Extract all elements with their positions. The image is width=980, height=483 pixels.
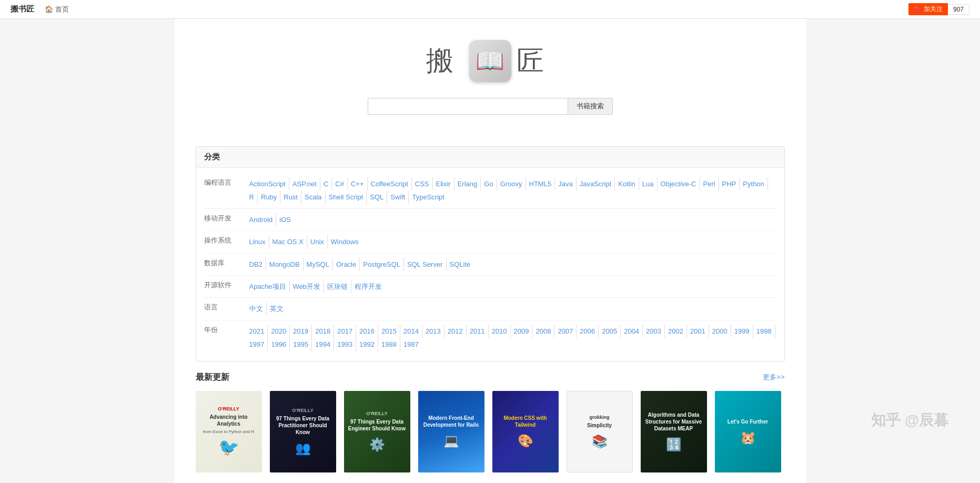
list-item[interactable]: O'REILLY97 Things Every Data Practitione… [270,391,336,472]
category-link[interactable]: 1988 [378,338,400,351]
category-link[interactable]: SQL Server [404,258,446,271]
category-link[interactable]: Erlang [454,177,481,190]
category-link[interactable]: Unix [307,235,328,248]
category-link[interactable]: 2002 [665,325,687,338]
category-link[interactable]: 1995 [290,338,312,351]
category-link[interactable]: JavaScript [577,177,615,190]
list-item[interactable]: Modern Front-End Development for Rails💻 [418,391,484,472]
category-link[interactable]: Go [481,177,497,190]
home-link[interactable]: 🏠 首页 [45,5,69,14]
category-link[interactable]: 程序开发 [351,280,385,293]
category-link[interactable]: 区块链 [324,280,351,293]
category-link[interactable]: 2012 [444,325,467,338]
category-link[interactable]: Python [740,177,767,190]
category-links: 中文英文 [246,302,287,315]
category-link[interactable]: C++ [348,177,368,190]
category-link[interactable]: ASP.net [289,177,320,190]
category-link[interactable]: Rust [280,190,301,204]
category-link[interactable]: CSS [412,177,433,190]
category-link[interactable]: Perl [700,177,719,190]
category-link[interactable]: PostgreSQL [360,258,404,271]
list-item[interactable]: O'REILLYAdvancing into Analyticsfrom Exc… [196,391,262,472]
list-item[interactable]: Algorithms and Data Structures for Massi… [641,391,707,472]
category-link[interactable]: Swift [387,190,409,204]
category-link[interactable]: Scala [301,190,326,204]
category-link[interactable]: HTML5 [526,177,555,190]
category-link[interactable]: 2015 [378,325,400,338]
category-link[interactable]: Mac OS X [269,235,307,248]
site-logo: 搬 📖 匠 [426,40,554,82]
category-link[interactable]: 1997 [246,338,268,351]
list-item[interactable]: Let's Go Further🐹 [715,391,781,472]
search-button[interactable]: 书籍搜索 [568,98,613,115]
category-link[interactable]: 1996 [268,338,290,351]
category-link[interactable]: ActionScript [246,177,289,190]
category-link[interactable]: 1999 [731,325,753,338]
category-link[interactable]: Shell Script [326,190,367,204]
search-input[interactable] [368,98,568,115]
category-link[interactable]: Objective-C [658,177,700,190]
category-link[interactable]: Kotlin [615,177,639,190]
category-link[interactable]: Lua [639,177,658,190]
category-link[interactable]: 2014 [400,325,422,338]
category-link[interactable]: 2016 [356,325,378,338]
category-link[interactable]: Android [246,213,277,226]
category-link[interactable]: iOS [276,213,294,226]
category-link[interactable]: CoffeeScript [368,177,412,190]
category-link[interactable]: 2005 [599,325,621,338]
category-link[interactable]: 1987 [400,338,422,351]
category-link[interactable]: 2019 [290,325,312,338]
category-link[interactable]: R [246,190,258,204]
category-link[interactable]: 2004 [621,325,643,338]
category-link[interactable]: Windows [328,235,362,248]
category-link[interactable]: 1992 [356,338,378,351]
category-link[interactable]: 2003 [643,325,665,338]
category-link[interactable]: 2008 [532,325,554,338]
category-link[interactable]: Elixir [433,177,454,190]
category-link[interactable]: 2006 [577,325,599,338]
list-item[interactable]: grokkingSimplicity📚 [567,391,633,472]
category-link[interactable]: Ruby [258,190,280,204]
category-link[interactable]: SQL [367,190,387,204]
category-link[interactable]: 2007 [554,325,577,338]
category-link[interactable]: TypeScript [409,190,447,204]
category-link[interactable]: MongoDB [266,258,304,271]
category-links: LinuxMac OS XUnixWindows [246,235,362,248]
category-row: 操作系统LinuxMac OS XUnixWindows [204,231,776,253]
category-link[interactable]: SQLite [447,258,474,271]
category-link[interactable]: 1994 [312,338,334,351]
category-link[interactable]: C [320,177,332,190]
category-link[interactable]: Oracle [333,258,360,271]
book-icon: 📖 [476,47,504,75]
category-link[interactable]: DB2 [246,258,266,271]
category-link[interactable]: 2010 [489,325,511,338]
category-link[interactable]: PHP [719,177,740,190]
category-link[interactable]: Apache项目 [246,280,290,293]
category-link[interactable]: 2017 [334,325,356,338]
category-link[interactable]: Groovy [497,177,526,190]
category-link[interactable]: MySQL [304,258,333,271]
category-link[interactable]: 2018 [312,325,334,338]
follow-button[interactable]: 🔴 加关注 [908,3,948,15]
category-link[interactable]: 2000 [709,325,731,338]
category-row: 数据库DB2MongoDBMySQLOraclePostgreSQLSQL Se… [204,254,776,276]
category-link[interactable]: 中文 [246,302,267,315]
category-link[interactable]: C# [332,177,348,190]
category-link[interactable]: 2011 [467,325,489,338]
category-link[interactable]: Web开发 [290,280,325,293]
category-link[interactable]: 1998 [753,325,775,338]
updates-more-link[interactable]: 更多>> [763,373,784,382]
category-link[interactable]: 2009 [511,325,533,338]
category-row: 语言中文英文 [204,298,776,320]
list-item[interactable]: O'REILLY97 Things Every Data Engineer Sh… [344,391,410,472]
category-link[interactable]: 英文 [267,302,287,315]
list-item[interactable]: Modern CSS with Tailwind🎨 [492,391,559,472]
category-link[interactable]: 1993 [334,338,356,351]
book-cover: Algorithms and Data Structures for Massi… [641,391,707,472]
category-link[interactable]: 2021 [246,325,268,338]
category-link[interactable]: Linux [246,235,269,248]
category-link[interactable]: 2001 [687,325,709,338]
category-link[interactable]: 2013 [422,325,444,338]
category-link[interactable]: 2020 [268,325,290,338]
category-link[interactable]: Java [555,177,576,190]
